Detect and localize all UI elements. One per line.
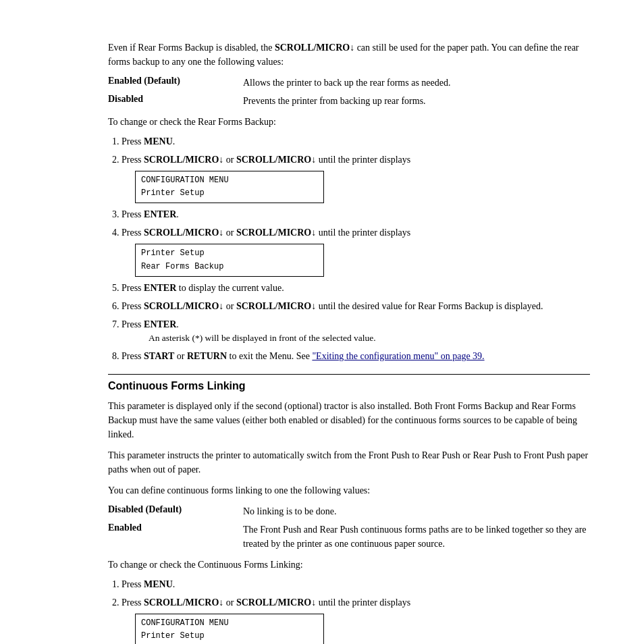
s2-step-1: Press MENU. [122,577,590,591]
s2-value-row-disabled: Disabled (Default) No linking is to be d… [108,504,590,518]
steps-list: Press MENU. Press SCROLL/MICRO↓ or SCROL… [122,134,590,363]
values-table: Enabled (Default) Allows the printer to … [108,76,590,108]
step-4: Press SCROLL/MICRO↓ or SCROLL/MICRO↓ unt… [122,225,590,276]
s2-codebox1-line2: Printer Setup [141,631,205,641]
codebox1-line1: CONFIGURATION MENU [141,176,229,185]
s2-codebox-1: CONFIGURATION MENU Printer Setup [135,614,324,644]
def-enabled: Allows the printer to back up the rear f… [243,76,590,90]
section2-heading: Continuous Forms Linking [108,380,590,392]
step-8: Press START or RETURN to exit the Menu. … [122,349,590,363]
term-disabled: Disabled [108,94,243,105]
s2-term-disabled: Disabled (Default) [108,504,243,515]
step-5: Press ENTER to display the current value… [122,281,590,295]
codebox-2: Printer Setup Rear Forms Backup [135,244,324,276]
section2-steps-intro: To change or check the Continuous Forms … [108,558,590,572]
section2-para3: You can define continuous forms linking … [108,483,590,498]
value-row-disabled: Disabled Prevents the printer from backi… [108,94,590,108]
def-disabled: Prevents the printer from backing up rea… [243,94,590,108]
s2-step-2: Press SCROLL/MICRO↓ or SCROLL/MICRO↓ unt… [122,595,590,644]
page: Even if Rear Forms Backup is disabled, t… [0,0,644,644]
section2-para1: This parameter is displayed only if the … [108,399,590,441]
asterisk-note: An asterisk (*) will be displayed in fro… [149,331,590,345]
codebox-1: CONFIGURATION MENU Printer Setup [135,171,324,203]
step-6: Press SCROLL/MICRO↓ or SCROLL/MICRO↓ unt… [122,299,590,313]
step-2: Press SCROLL/MICRO↓ or SCROLL/MICRO↓ unt… [122,153,590,203]
link-exiting[interactable]: "Exiting the configuration menu" on page… [312,351,484,361]
step-3: Press ENTER. [122,207,590,221]
codebox2-line1: Printer Setup [141,248,205,258]
section2-steps-list: Press MENU. Press SCROLL/MICRO↓ or SCROL… [122,577,590,644]
section2-values-table: Disabled (Default) No linking is to be d… [108,504,590,551]
value-row-enabled: Enabled (Default) Allows the printer to … [108,76,590,90]
section2-para2: This parameter instructs the printer to … [108,448,590,477]
s2-codebox1-line1: CONFIGURATION MENU [141,618,229,628]
s2-term-enabled: Enabled [108,522,243,533]
term-enabled: Enabled (Default) [108,76,243,86]
steps-intro: To change or check the Rear Forms Backup… [108,115,590,129]
s2-def-enabled: The Front Push and Rear Push continuous … [243,522,590,551]
codebox2-line2: Rear Forms Backup [141,262,223,271]
intro-paragraph: Even if Rear Forms Backup is disabled, t… [108,41,590,69]
s2-value-row-enabled: Enabled The Front Push and Rear Push con… [108,522,590,551]
step-1: Press MENU. [122,134,590,149]
s2-def-disabled: No linking is to be done. [243,504,590,518]
step-7: Press ENTER. An asterisk (*) will be dis… [122,317,590,345]
codebox1-line2: Printer Setup [141,188,205,198]
section-divider [108,374,590,375]
